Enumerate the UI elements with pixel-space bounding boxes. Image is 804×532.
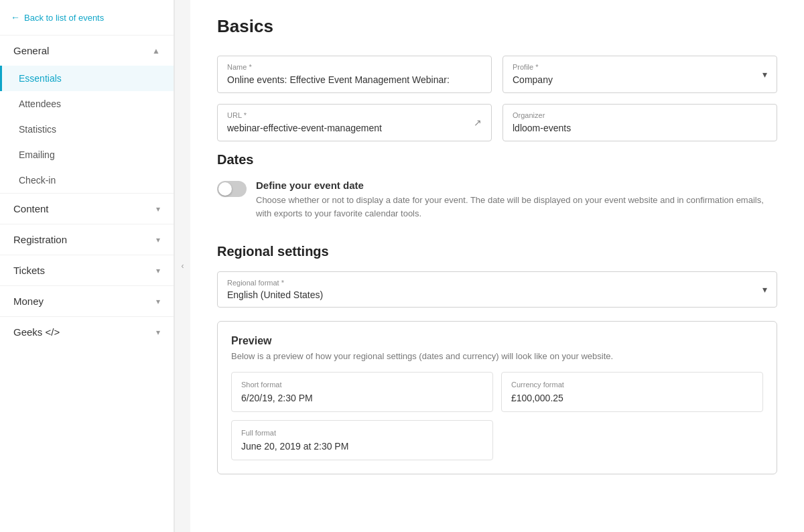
full-format-label: Full format <box>241 429 483 437</box>
url-field[interactable]: URL * webinar-effective-event-management… <box>217 104 492 141</box>
back-link-label: Back to list of events <box>24 13 104 23</box>
sidebar-section-label-general: General <box>13 45 49 56</box>
profile-value: Company <box>513 74 553 85</box>
url-value: webinar-effective-event-management <box>227 123 382 133</box>
toggle-text: Define your event date Choose whether or… <box>256 180 777 220</box>
sidebar-section-registration: Registration ▾ <box>0 224 174 255</box>
sidebar-item-essentials[interactable]: Essentials <box>0 66 174 91</box>
profile-label: Profile * <box>513 63 767 71</box>
sidebar-section-label-tickets: Tickets <box>13 265 45 276</box>
preview-grid: Short format 6/20/19, 2:30 PM Currency f… <box>231 372 763 460</box>
currency-format-value: £100,000.25 <box>511 393 753 403</box>
chevron-down-icon-registration: ▾ <box>156 235 160 245</box>
back-link[interactable]: ← Back to list of events <box>0 0 174 35</box>
currency-format-cell: Currency format £100,000.25 <box>501 372 763 412</box>
sidebar-item-statistics[interactable]: Statistics <box>0 117 174 142</box>
toggle-knob <box>218 182 232 196</box>
preview-card: Preview Below is a preview of how your r… <box>217 321 777 474</box>
collapse-icon: ‹ <box>182 261 184 271</box>
full-format-cell: Full format June 20, 2019 at 2:30 PM <box>231 420 493 460</box>
url-label: URL * <box>227 111 482 119</box>
regional-format-select[interactable]: Regional format * English (United States… <box>217 271 777 308</box>
sidebar-section-header-tickets[interactable]: Tickets ▾ <box>0 255 174 285</box>
short-format-cell: Short format 6/20/19, 2:30 PM <box>231 372 493 412</box>
name-profile-row: Name * Online events: Effective Event Ma… <box>217 56 777 93</box>
sidebar-section-header-geeks[interactable]: Geeks </> ▾ <box>0 317 174 347</box>
date-toggle[interactable] <box>217 181 247 197</box>
sidebar-item-attendees[interactable]: Attendees <box>0 91 174 117</box>
sidebar-section-header-general[interactable]: General ▲ <box>0 36 174 66</box>
short-format-label: Short format <box>241 381 483 389</box>
main-content: Basics Name * Online events: Effective E… <box>190 0 804 532</box>
sidebar-section-tickets: Tickets ▾ <box>0 255 174 285</box>
toggle-description: Choose whether or not to display a date … <box>256 194 777 220</box>
chevron-down-icon-money: ▾ <box>156 297 160 306</box>
url-organizer-row: URL * webinar-effective-event-management… <box>217 104 777 141</box>
sidebar: ← Back to list of events General ▲ Essen… <box>0 0 174 532</box>
profile-field[interactable]: Profile * Company <box>503 56 777 93</box>
regional-section: Regional settings Regional format * Engl… <box>217 244 777 474</box>
select-chevron-icon: ▾ <box>762 284 767 295</box>
sidebar-collapse-toggle[interactable]: ‹ <box>174 0 190 532</box>
toggle-title: Define your event date <box>256 180 777 191</box>
sidebar-section-general: General ▲ Essentials Attendees Statistic… <box>0 35 174 193</box>
name-label: Name * <box>227 63 482 71</box>
external-link-icon: ↗ <box>474 117 482 128</box>
sidebar-section-label-content: Content <box>13 203 49 214</box>
dates-heading: Dates <box>217 152 777 168</box>
organizer-field[interactable]: Organizer ldloom-events <box>503 104 777 141</box>
organizer-value: ldloom-events <box>513 123 571 133</box>
name-field[interactable]: Name * Online events: Effective Event Ma… <box>217 56 492 93</box>
regional-heading: Regional settings <box>217 244 777 259</box>
chevron-down-icon-content: ▾ <box>156 204 160 214</box>
sidebar-section-geeks: Geeks </> ▾ <box>0 316 174 347</box>
organizer-label: Organizer <box>513 111 767 119</box>
back-arrow-icon: ← <box>11 12 20 23</box>
preview-description: Below is a preview of how your regional … <box>231 351 763 361</box>
name-value: Online events: Effective Event Managemen… <box>227 74 450 85</box>
date-toggle-row: Define your event date Choose whether or… <box>217 180 777 220</box>
sidebar-item-checkin[interactable]: Check-in <box>0 168 174 193</box>
sidebar-section-label-registration: Registration <box>13 234 67 245</box>
dates-section: Dates Define your event date Choose whet… <box>217 152 777 220</box>
chevron-up-icon: ▲ <box>152 46 160 56</box>
chevron-down-icon-geeks: ▾ <box>156 328 160 337</box>
sidebar-section-header-registration[interactable]: Registration ▾ <box>0 224 174 255</box>
preview-heading: Preview <box>231 335 763 347</box>
sidebar-section-label-geeks: Geeks </> <box>13 326 60 338</box>
sidebar-section-header-money[interactable]: Money ▾ <box>0 286 174 316</box>
regional-format-value: English (United States) <box>227 289 762 300</box>
sidebar-section-header-content[interactable]: Content ▾ <box>0 194 174 224</box>
chevron-down-icon-tickets: ▾ <box>156 266 160 275</box>
sidebar-section-money: Money ▾ <box>0 285 174 316</box>
sidebar-section-content: Content ▾ <box>0 193 174 224</box>
regional-format-label: Regional format * <box>227 279 762 287</box>
currency-format-label: Currency format <box>511 381 753 389</box>
page-title: Basics <box>217 16 777 37</box>
sidebar-section-label-money: Money <box>13 295 44 307</box>
sidebar-item-emailing[interactable]: Emailing <box>0 142 174 168</box>
full-format-value: June 20, 2019 at 2:30 PM <box>241 441 483 452</box>
short-format-value: 6/20/19, 2:30 PM <box>241 393 483 403</box>
